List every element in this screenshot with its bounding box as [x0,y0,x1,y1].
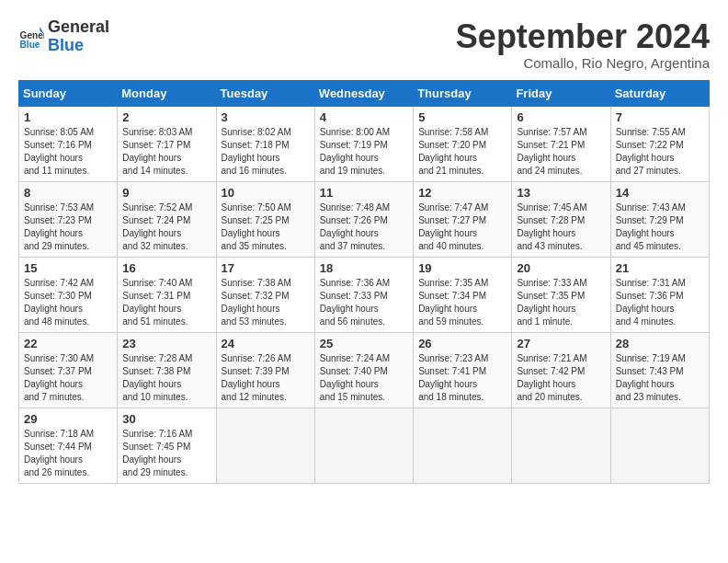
day-cell: 19 Sunrise: 7:35 AMSunset: 7:34 PMDaylig… [414,257,512,332]
day-info: Sunrise: 8:05 AMSunset: 7:16 PMDaylight … [24,126,112,178]
day-info: Sunrise: 7:31 AMSunset: 7:36 PMDaylight … [616,277,704,328]
day-info: Sunrise: 7:18 AMSunset: 7:44 PMDaylight … [24,428,112,479]
header-wednesday: Wednesday [314,80,413,106]
day-info: Sunrise: 7:28 AMSunset: 7:38 PMDaylight … [122,352,210,404]
day-number: 8 [24,186,112,200]
svg-text:Blue: Blue [20,39,40,49]
day-cell [314,408,413,483]
month-title: September 2024 [456,18,710,55]
day-cell [512,408,610,483]
day-cell: 24 Sunrise: 7:26 AMSunset: 7:39 PMDaylig… [216,332,314,408]
day-cell: 8 Sunrise: 7:53 AMSunset: 7:23 PMDayligh… [19,181,118,257]
day-cell: 20 Sunrise: 7:33 AMSunset: 7:35 PMDaylig… [512,257,610,332]
day-number: 10 [222,186,310,200]
day-number: 16 [122,261,210,275]
logo-text-general: General [48,18,109,37]
day-info: Sunrise: 7:24 AMSunset: 7:40 PMDaylight … [320,352,408,404]
day-number: 20 [517,261,605,275]
day-number: 28 [616,337,704,350]
day-number: 26 [418,337,506,350]
day-info: Sunrise: 8:03 AMSunset: 7:17 PMDaylight … [122,126,210,178]
day-info: Sunrise: 7:42 AMSunset: 7:30 PMDaylight … [24,277,112,328]
day-cell: 29 Sunrise: 7:18 AMSunset: 7:44 PMDaylig… [19,408,118,483]
day-info: Sunrise: 8:02 AMSunset: 7:18 PMDaylight … [222,126,310,178]
day-cell: 4 Sunrise: 8:00 AMSunset: 7:19 PMDayligh… [314,106,413,181]
day-info: Sunrise: 7:19 AMSunset: 7:43 PMDaylight … [616,352,704,404]
header-row: SundayMondayTuesdayWednesdayThursdayFrid… [19,80,710,106]
day-cell: 18 Sunrise: 7:36 AMSunset: 7:33 PMDaylig… [314,257,413,332]
day-number: 13 [517,186,605,200]
day-info: Sunrise: 7:43 AMSunset: 7:29 PMDaylight … [616,201,704,253]
day-cell: 11 Sunrise: 7:48 AMSunset: 7:26 PMDaylig… [314,181,413,257]
day-number: 6 [517,110,605,124]
day-cell: 27 Sunrise: 7:21 AMSunset: 7:42 PMDaylig… [512,332,610,408]
day-info: Sunrise: 7:40 AMSunset: 7:31 PMDaylight … [122,277,210,328]
day-info: Sunrise: 7:35 AMSunset: 7:34 PMDaylight … [418,277,506,328]
day-cell: 15 Sunrise: 7:42 AMSunset: 7:30 PMDaylig… [19,257,118,332]
logo: General Blue General Blue [18,18,109,55]
day-cell [610,408,709,483]
header-sunday: Sunday [19,80,118,106]
header-saturday: Saturday [610,80,709,106]
day-info: Sunrise: 7:38 AMSunset: 7:32 PMDaylight … [222,277,310,328]
week-row-5: 29 Sunrise: 7:18 AMSunset: 7:44 PMDaylig… [19,408,710,483]
page-header: General Blue General Blue September 2024… [18,18,710,71]
day-number: 9 [122,186,210,200]
day-info: Sunrise: 7:26 AMSunset: 7:39 PMDaylight … [222,352,310,404]
day-number: 21 [616,261,704,275]
day-info: Sunrise: 7:33 AMSunset: 7:35 PMDaylight … [517,277,605,328]
week-row-2: 8 Sunrise: 7:53 AMSunset: 7:23 PMDayligh… [19,181,710,257]
day-number: 23 [122,337,210,350]
day-cell: 9 Sunrise: 7:52 AMSunset: 7:24 PMDayligh… [118,181,216,257]
day-cell [414,408,512,483]
day-cell: 30 Sunrise: 7:16 AMSunset: 7:45 PMDaylig… [118,408,216,483]
location-subtitle: Comallo, Rio Negro, Argentina [456,55,710,71]
week-row-3: 15 Sunrise: 7:42 AMSunset: 7:30 PMDaylig… [19,257,710,332]
day-number: 18 [320,261,408,275]
day-info: Sunrise: 7:36 AMSunset: 7:33 PMDaylight … [320,277,408,328]
calendar-table: SundayMondayTuesdayWednesdayThursdayFrid… [18,80,710,484]
day-cell: 5 Sunrise: 7:58 AMSunset: 7:20 PMDayligh… [414,106,512,181]
day-cell: 3 Sunrise: 8:02 AMSunset: 7:18 PMDayligh… [216,106,314,181]
day-cell: 14 Sunrise: 7:43 AMSunset: 7:29 PMDaylig… [610,181,709,257]
day-cell: 26 Sunrise: 7:23 AMSunset: 7:41 PMDaylig… [414,332,512,408]
day-info: Sunrise: 7:30 AMSunset: 7:37 PMDaylight … [24,352,112,404]
week-row-1: 1 Sunrise: 8:05 AMSunset: 7:16 PMDayligh… [19,106,710,181]
day-info: Sunrise: 7:52 AMSunset: 7:24 PMDaylight … [122,201,210,253]
title-block: September 2024 Comallo, Rio Negro, Argen… [456,18,710,71]
header-thursday: Thursday [414,80,512,106]
day-cell: 13 Sunrise: 7:45 AMSunset: 7:28 PMDaylig… [512,181,610,257]
day-cell: 12 Sunrise: 7:47 AMSunset: 7:27 PMDaylig… [414,181,512,257]
day-cell: 16 Sunrise: 7:40 AMSunset: 7:31 PMDaylig… [118,257,216,332]
day-number: 3 [222,110,310,124]
day-number: 11 [320,186,408,200]
day-info: Sunrise: 8:00 AMSunset: 7:19 PMDaylight … [320,126,408,178]
day-info: Sunrise: 7:23 AMSunset: 7:41 PMDaylight … [418,352,506,404]
day-number: 25 [320,337,408,350]
day-number: 19 [418,261,506,275]
day-number: 27 [517,337,605,350]
day-number: 4 [320,110,408,124]
day-number: 14 [616,186,704,200]
day-info: Sunrise: 7:55 AMSunset: 7:22 PMDaylight … [616,126,704,178]
day-info: Sunrise: 7:58 AMSunset: 7:20 PMDaylight … [418,126,506,178]
day-cell: 22 Sunrise: 7:30 AMSunset: 7:37 PMDaylig… [19,332,118,408]
day-info: Sunrise: 7:53 AMSunset: 7:23 PMDaylight … [24,201,112,253]
day-cell: 7 Sunrise: 7:55 AMSunset: 7:22 PMDayligh… [610,106,709,181]
day-info: Sunrise: 7:45 AMSunset: 7:28 PMDaylight … [517,201,605,253]
day-cell: 28 Sunrise: 7:19 AMSunset: 7:43 PMDaylig… [610,332,709,408]
header-tuesday: Tuesday [216,80,314,106]
day-cell: 10 Sunrise: 7:50 AMSunset: 7:25 PMDaylig… [216,181,314,257]
day-cell: 23 Sunrise: 7:28 AMSunset: 7:38 PMDaylig… [118,332,216,408]
day-number: 5 [418,110,506,124]
day-cell [216,408,314,483]
logo-icon: General Blue [18,24,44,50]
day-number: 22 [24,337,112,350]
day-info: Sunrise: 7:21 AMSunset: 7:42 PMDaylight … [517,352,605,404]
logo-text-blue: Blue [48,37,109,55]
day-cell: 2 Sunrise: 8:03 AMSunset: 7:17 PMDayligh… [118,106,216,181]
day-info: Sunrise: 7:50 AMSunset: 7:25 PMDaylight … [222,201,310,253]
day-info: Sunrise: 7:16 AMSunset: 7:45 PMDaylight … [122,428,210,479]
day-number: 29 [24,412,112,426]
day-cell: 1 Sunrise: 8:05 AMSunset: 7:16 PMDayligh… [19,106,118,181]
